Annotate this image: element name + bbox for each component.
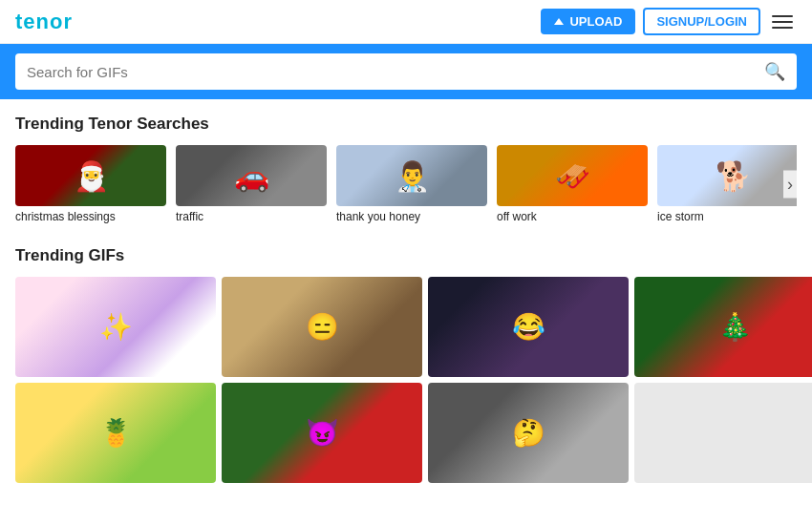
trending-gifs-row-0: ✨😑😂🎄: [15, 277, 797, 377]
gif-cell[interactable]: 😈: [222, 383, 422, 483]
scroll-right-button[interactable]: ›: [783, 171, 797, 199]
trending-search-item[interactable]: 🚗 traffic: [176, 145, 327, 223]
search-input[interactable]: [27, 64, 764, 80]
search-icon: 🔍: [764, 61, 785, 82]
gif-placeholder: 🎄: [634, 277, 812, 377]
trending-thumb: 👨‍⚕️: [336, 145, 487, 206]
signup-button[interactable]: SIGNUP/LOGIN: [643, 8, 760, 35]
trending-thumb: 🎅: [15, 145, 166, 206]
gif-cell[interactable]: 🍍: [15, 383, 216, 483]
trending-searches-wrap: 🎅 christmas blessings 🚗 traffic 👨‍⚕️ tha…: [15, 145, 797, 223]
gif-cell[interactable]: 🎄: [634, 277, 812, 377]
trending-gifs-grid: ✨😑😂🎄🍍😈🤔: [15, 277, 797, 483]
upload-arrow-icon: [554, 18, 564, 25]
trending-search-item[interactable]: 👨‍⚕️ thank you honey: [336, 145, 487, 223]
menu-icon-line3: [772, 27, 793, 29]
gif-cell[interactable]: 😑: [222, 277, 422, 377]
gif-placeholder: [634, 383, 812, 483]
gif-placeholder: 🤔: [428, 383, 629, 483]
gif-cell[interactable]: [634, 383, 812, 483]
trending-label: traffic: [176, 210, 203, 223]
trending-label: ice storm: [657, 210, 704, 223]
trending-gifs-row-1: 🍍😈🤔: [15, 383, 797, 483]
menu-icon-line2: [772, 21, 793, 23]
trending-searches-section: Trending Tenor Searches 🎅 christmas bles…: [15, 115, 797, 223]
trending-thumb: 🚗: [176, 145, 327, 206]
trending-label: off work: [497, 210, 537, 223]
gif-placeholder: ✨: [15, 277, 216, 377]
trending-thumb-image: 🛷: [497, 145, 648, 206]
search-inner: 🔍: [15, 53, 797, 90]
trending-gifs-section: Trending GIFs ✨😑😂🎄🍍😈🤔: [15, 246, 797, 483]
upload-button[interactable]: UPLOAD: [541, 9, 635, 34]
header: tenor UPLOAD SIGNUP/LOGIN: [0, 0, 812, 44]
main-content: Trending Tenor Searches 🎅 christmas bles…: [0, 99, 812, 498]
trending-thumb-image: 🚗: [176, 145, 327, 206]
menu-icon-line1: [772, 15, 793, 17]
trending-search-item[interactable]: 🛷 off work: [497, 145, 648, 223]
header-actions: UPLOAD SIGNUP/LOGIN: [541, 8, 797, 35]
trending-thumb: 🐕: [657, 145, 797, 206]
gif-placeholder: 😈: [222, 383, 422, 483]
menu-button[interactable]: [768, 11, 797, 32]
gif-placeholder: 😂: [428, 277, 629, 377]
gif-cell[interactable]: 🤔: [428, 383, 629, 483]
logo: tenor: [15, 10, 73, 34]
trending-searches-list: 🎅 christmas blessings 🚗 traffic 👨‍⚕️ tha…: [15, 145, 797, 223]
trending-thumb: 🛷: [497, 145, 648, 206]
trending-label: thank you honey: [336, 210, 420, 223]
gif-placeholder: 🍍: [15, 383, 216, 483]
trending-search-item[interactable]: 🐕 ice storm: [657, 145, 797, 223]
upload-label: UPLOAD: [569, 14, 622, 29]
trending-thumb-image: 🐕: [657, 145, 797, 206]
search-bar: 🔍: [0, 44, 812, 99]
gif-placeholder: 😑: [222, 277, 422, 377]
gif-cell[interactable]: ✨: [15, 277, 216, 377]
trending-gifs-title: Trending GIFs: [15, 246, 797, 265]
trending-searches-title: Trending Tenor Searches: [15, 115, 797, 134]
trending-thumb-image: 👨‍⚕️: [336, 145, 487, 206]
trending-search-item[interactable]: 🎅 christmas blessings: [15, 145, 166, 223]
gif-cell[interactable]: 😂: [428, 277, 629, 377]
trending-thumb-image: 🎅: [15, 145, 166, 206]
trending-label: christmas blessings: [15, 210, 116, 223]
